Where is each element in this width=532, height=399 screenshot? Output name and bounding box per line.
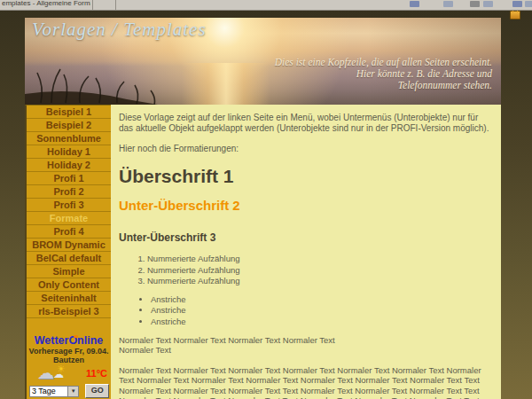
browser-title-bar: emplates - Allgemeine Formate für Texte …	[0, 0, 532, 11]
site-title: Vorlagen / Templates	[32, 19, 207, 41]
logo-text: Wetter	[35, 334, 69, 347]
sidebar-item-profi-3[interactable]: Profi 3	[27, 199, 111, 212]
numbered-list-item: Nummerierte Aufzählung	[147, 254, 492, 264]
sidebar-item-formate[interactable]: Formate	[27, 212, 111, 225]
intro-paragraph: Diese Vorlage zeigt auf der linken Seite…	[119, 113, 492, 134]
browser-toolbar-icon[interactable]	[410, 1, 419, 7]
temperature-value: 11°C	[86, 368, 107, 379]
numbered-list: Nummerierte Aufzählung Nummerierte Aufzä…	[119, 254, 492, 286]
sidebar-item-profi-4[interactable]: Profi 4	[27, 225, 111, 239]
bullet-list: Anstriche Anstriche Anstriche	[119, 294, 492, 327]
heading-1: Überschrift 1	[119, 165, 492, 188]
cloud-icon: ☁	[37, 363, 54, 383]
sunset-header-image: Vorlagen / Templates Dies ist eine Kopfz…	[25, 18, 501, 105]
forecast-range-select[interactable]: 3 Tage ▼	[29, 386, 79, 397]
sidebar-item-rls-beispiel-3[interactable]: rls-Beispiel 3	[27, 305, 111, 318]
sidebar-item-only-content[interactable]: Only Content	[27, 278, 111, 292]
browser-toolbar-icon[interactable]	[525, 1, 532, 7]
normal-text-paragraph-1: Normaler Text Normaler Text Normaler Tex…	[119, 335, 492, 356]
sidebar-item-holiday-1[interactable]: Holiday 1	[27, 145, 111, 159]
bullet-list-item: Anstriche	[151, 294, 492, 305]
numbered-list-item: Nummerierte Aufzählung	[147, 276, 492, 286]
weather-widget: WetterOnline Vorhersage Fr, 09.04. Bautz…	[27, 334, 111, 398]
sidebar-item-beispiel-1[interactable]: Beispiel 1	[27, 106, 111, 119]
tab-divider	[92, 0, 93, 10]
lock-icon[interactable]	[510, 11, 520, 20]
formats-intro: Hier noch die Formatierungen:	[119, 144, 492, 154]
window-title: emplates - Allgemeine Formate für Texte …	[2, 0, 90, 7]
normal-text-paragraph-2: Normaler Text Normaler Text Normaler Tex…	[119, 365, 492, 399]
sidebar-item-profi-2[interactable]: Profi 2	[27, 185, 111, 199]
sidebar-item-beispiel-2[interactable]: Beispiel 2	[27, 119, 111, 132]
browser-toolbar-icon[interactable]	[483, 1, 493, 7]
tab-divider	[115, 0, 116, 10]
main-content: Diese Vorlage zeigt auf der linken Seite…	[111, 105, 501, 399]
logo-text: nline	[77, 334, 103, 347]
sidebar-item-holiday-2[interactable]: Holiday 2	[27, 159, 111, 172]
sidebar-item-profi-1[interactable]: Profi 1	[27, 172, 111, 185]
heading-2: Unter-Überschrift 2	[119, 198, 492, 214]
numbered-list-item: Nummerierte Aufzählung	[147, 265, 492, 276]
bullet-list-item: Anstriche	[151, 305, 492, 316]
weather-controls: 3 Tage ▼ GO	[27, 383, 111, 398]
sidebar-item-brom-dynamic[interactable]: BROM Dynamic	[27, 239, 111, 252]
sidebar-item-simple[interactable]: Simple	[27, 265, 111, 278]
browser-toolbar-icon[interactable]	[443, 1, 453, 7]
browser-toolbar-icon[interactable]	[512, 1, 522, 7]
sidebar-item-seiteninhalt[interactable]: Seiteninhalt	[27, 292, 111, 305]
logo-o: O	[68, 334, 77, 347]
page-background: Vorlagen / Templates Dies ist eine Kopfz…	[0, 10, 532, 399]
browser-toolbar-icon[interactable]	[470, 1, 480, 7]
chevron-down-icon[interactable]: ▼	[67, 387, 78, 396]
forecast-date-label: Vorhersage Fr, 09.04.	[27, 347, 111, 356]
sidebar-menu: Beispiel 1 Beispiel 2 Sonnenblume Holida…	[25, 105, 111, 399]
forecast-range-value: 3 Tage	[32, 387, 56, 395]
heading-3: Unter-Überschrift 3	[119, 231, 492, 245]
sidebar-item-belcal-default[interactable]: BelCal default	[27, 252, 111, 265]
wetteronline-logo[interactable]: WetterOnline	[27, 334, 111, 347]
beach-grass-silhouette	[25, 62, 255, 105]
sidebar-item-sonnenblume[interactable]: Sonnenblume	[27, 132, 111, 145]
weather-icon-row: ☀ ☁ ☁ 11°C	[27, 365, 111, 383]
header-tagline: Dies ist eine Kopfzeile, die auf allen S…	[275, 57, 492, 91]
cloud-icon: ☁	[53, 368, 64, 380]
bullet-list-item: Anstriche	[151, 317, 492, 327]
weather-go-button[interactable]: GO	[85, 384, 109, 398]
